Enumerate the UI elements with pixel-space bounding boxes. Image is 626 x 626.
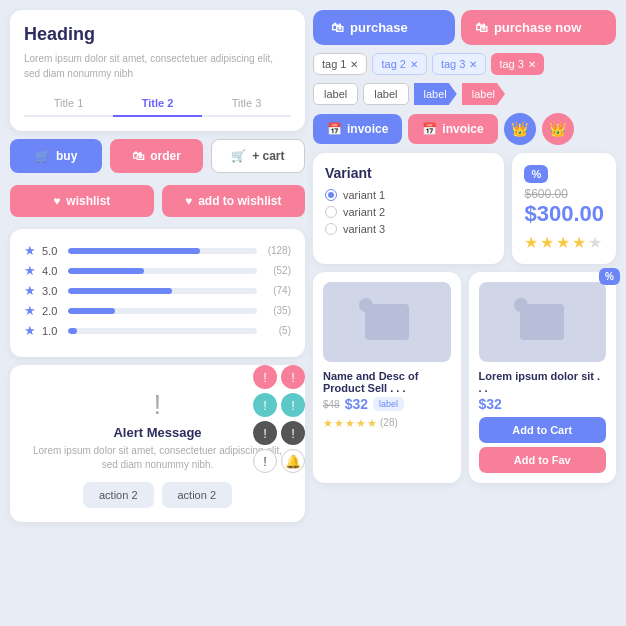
tag-3-close[interactable]: ✕ xyxy=(469,59,477,70)
alert-action2[interactable]: action 2 xyxy=(162,482,233,508)
alert-card: ! ! ! ! ! ! ! 🔔 ! Alert Message Lorem ip… xyxy=(10,365,305,522)
tag-1-close[interactable]: ✕ xyxy=(350,59,358,70)
purchase-button[interactable]: 🛍 purchase xyxy=(313,10,455,45)
product-image-2 xyxy=(479,282,607,362)
invoice-row: 📅 invoice 📅 invoice 👑 👑 xyxy=(313,113,616,145)
price-card: % $600.00 $300.00 ★ ★ ★ ★ ★ xyxy=(512,153,616,264)
alert-dot-outline1[interactable]: ! xyxy=(253,449,277,473)
alert-text: Lorem ipsum dolor sit amet, consectetuer… xyxy=(24,444,291,472)
star-icon-2: ★ xyxy=(24,303,36,318)
calendar-icon-2: 📅 xyxy=(422,122,437,136)
discount-corner-badge: % xyxy=(599,268,620,285)
bag2-icon: 🛍 xyxy=(475,20,488,35)
heading-card: Heading Lorem ipsum dolor sit amet, cons… xyxy=(10,10,305,131)
rating-count-4: (52) xyxy=(263,265,291,276)
variant-option-3[interactable]: variant 3 xyxy=(325,223,492,235)
discount-badge: % xyxy=(524,165,548,183)
rating-label-4: 4.0 xyxy=(42,265,62,277)
image-placeholder-2 xyxy=(520,304,564,340)
tab-title3[interactable]: Title 3 xyxy=(202,91,291,115)
avatar-pink[interactable]: 👑 xyxy=(542,113,574,145)
ps1-star2: ★ xyxy=(334,417,344,430)
product-price-new-1: $32 xyxy=(345,396,368,412)
add-to-fav-button[interactable]: Add to Fav xyxy=(479,447,607,473)
tag-1[interactable]: tag 1 ✕ xyxy=(313,53,367,75)
invoice-button-1[interactable]: 📅 invoice xyxy=(313,114,402,144)
star-icon-3: ★ xyxy=(24,283,36,298)
radio-3[interactable] xyxy=(325,223,337,235)
alert-dot-red2[interactable]: ! xyxy=(281,365,305,389)
star-half-1: ★ xyxy=(572,233,586,252)
crown2-icon: 👑 xyxy=(549,121,566,137)
ps1-star4: ★ xyxy=(356,417,366,430)
heart2-icon: ♥ xyxy=(185,194,192,208)
tag-2[interactable]: tag 2 ✕ xyxy=(372,53,426,75)
tag-2-close[interactable]: ✕ xyxy=(410,59,418,70)
alert-dot-outline2[interactable]: 🔔 xyxy=(281,449,305,473)
label-4[interactable]: label xyxy=(462,83,505,105)
order-button[interactable]: 🛍 order xyxy=(110,139,202,173)
add-cart-icon: 🛒 xyxy=(231,149,246,163)
purchase-now-button[interactable]: 🛍 purchase now xyxy=(461,10,616,45)
variant-option-2[interactable]: variant 2 xyxy=(325,206,492,218)
add-wishlist-button[interactable]: ♥ add to wishlist xyxy=(162,185,306,217)
product-review-count-1: (28) xyxy=(380,417,398,430)
tab-title2[interactable]: Title 2 xyxy=(113,91,202,117)
tag-4-close[interactable]: ✕ xyxy=(528,59,536,70)
product-card-2: % Lorem ipsum dolor sit . . . $32 Add to… xyxy=(469,272,617,483)
avatar-blue[interactable]: 👑 xyxy=(504,113,536,145)
variant-title: Variant xyxy=(325,165,492,181)
alert-dot-dark1[interactable]: ! xyxy=(253,421,277,445)
label-1[interactable]: label xyxy=(313,83,358,105)
rating-label-2: 2.0 xyxy=(42,305,62,317)
tag-3[interactable]: tag 3 ✕ xyxy=(432,53,486,75)
radio-1[interactable] xyxy=(325,189,337,201)
rating-count-1: (5) xyxy=(263,325,291,336)
cart-button[interactable]: 🛒 + cart xyxy=(211,139,305,173)
tab-title1[interactable]: Title 1 xyxy=(24,91,113,115)
rating-label-3: 3.0 xyxy=(42,285,62,297)
alert-dot-teal2[interactable]: ! xyxy=(281,393,305,417)
product-cards-row: Name and Desc of Product Sell . . . $48 … xyxy=(313,272,616,483)
rating-bar-2 xyxy=(68,308,257,314)
product-price-2: $32 xyxy=(479,396,502,412)
left-panel: Heading Lorem ipsum dolor sit amet, cons… xyxy=(10,10,305,616)
product-name-2: Lorem ipsum dolor sit . . . xyxy=(479,370,607,394)
product-label-chip-1: label xyxy=(373,397,404,411)
rating-count-2: (35) xyxy=(263,305,291,316)
product-stars-1: ★ ★ ★ ★ ★ (28) xyxy=(323,417,451,430)
add-to-cart-button[interactable]: Add to Cart xyxy=(479,417,607,443)
rating-row-5: ★ 5.0 (128) xyxy=(24,243,291,258)
tags-row: tag 1 ✕ tag 2 ✕ tag 3 ✕ tag 3 ✕ xyxy=(313,53,616,75)
label-2[interactable]: label xyxy=(363,83,408,105)
order-icon: 🛍 xyxy=(132,149,144,163)
label-3[interactable]: label xyxy=(414,83,457,105)
rating-count-3: (74) xyxy=(263,285,291,296)
invoice-button-2[interactable]: 📅 invoice xyxy=(408,114,497,144)
alert-dot-teal1[interactable]: ! xyxy=(253,393,277,417)
star-icon-4: ★ xyxy=(24,263,36,278)
crown-icon: 👑 xyxy=(511,121,528,137)
product-stars-row: ★ ★ ★ ★ ★ xyxy=(524,233,602,252)
wishlist-button[interactable]: ♥ wishlist xyxy=(10,185,154,217)
rating-label-1: 1.0 xyxy=(42,325,62,337)
calendar-icon-1: 📅 xyxy=(327,122,342,136)
alert-dot-red1[interactable]: ! xyxy=(253,365,277,389)
tag-4[interactable]: tag 3 ✕ xyxy=(491,53,543,75)
radio-2[interactable] xyxy=(325,206,337,218)
product-image-1 xyxy=(323,282,451,362)
ps1-star3: ★ xyxy=(345,417,355,430)
heading-title: Heading xyxy=(24,24,291,45)
variant-option-1[interactable]: variant 1 xyxy=(325,189,492,201)
purchase-btn-row: 🛍 purchase 🛍 purchase now xyxy=(313,10,616,45)
alert-dot-dark2[interactable]: ! xyxy=(281,421,305,445)
alert-action1[interactable]: action 2 xyxy=(83,482,154,508)
rating-bar-4 xyxy=(68,268,257,274)
buy-button[interactable]: 🛒 buy xyxy=(10,139,102,173)
ps1-star5: ★ xyxy=(367,417,377,430)
rating-row-2: ★ 2.0 (35) xyxy=(24,303,291,318)
rating-bar-5 xyxy=(68,248,257,254)
product-name-1: Name and Desc of Product Sell . . . xyxy=(323,370,451,394)
rating-count-5: (128) xyxy=(263,245,291,256)
rating-label-5: 5.0 xyxy=(42,245,62,257)
